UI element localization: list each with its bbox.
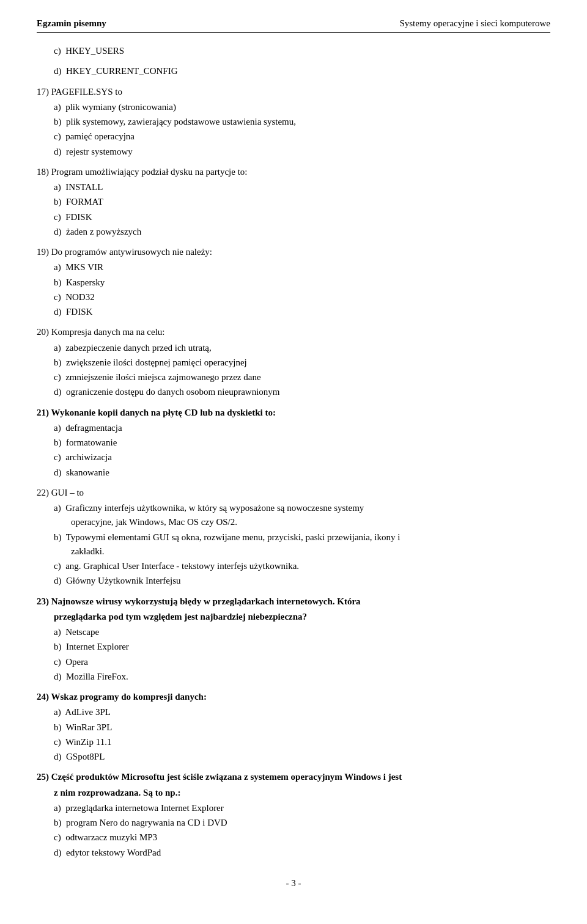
q25-option-b: b) program Nero do nagrywania na CD i DV… [54, 816, 550, 830]
q22-option-c: c) ang. Graphical User Interface - tekst… [54, 559, 550, 573]
q22-option-b: b) Typowymi elementami GUI są okna, rozw… [54, 530, 550, 559]
q23-subtitle-text: przeglądarka pod tym względem jest najba… [54, 612, 307, 622]
q21-option-d: d) skanowanie [54, 466, 550, 480]
option-c-prefix: c) [54, 46, 65, 56]
q23-text-bold: Która [337, 596, 360, 606]
q24-option-c: c) WinZip 11.1 [54, 735, 550, 749]
q23-option-c: c) Opera [54, 655, 550, 669]
q21-option-a: a) defragmentacja [54, 421, 550, 435]
q23-option-d: d) Mozilla FireFox. [54, 670, 550, 684]
q17-option-c: c) pamięć operacyjna [54, 130, 550, 144]
page-header: Egzamin pisemny Systemy operacyjne i sie… [37, 18, 550, 33]
q18-option-a: a) INSTALL [54, 180, 550, 194]
option-c-hkey-users: c) HKEY_USERS [37, 44, 550, 58]
question-20: 20) Kompresja danych ma na celu: a) zabe… [37, 325, 550, 399]
q25-option-a: a) przeglądarka internetowa Internet Exp… [54, 801, 550, 815]
q25-option-d: d) edytor tekstowy WordPad [54, 846, 550, 860]
question-23: 23) Najnowsze wirusy wykorzystują błędy … [37, 595, 550, 684]
q18-options: a) INSTALL b) FORMAT c) FDISK d) żaden z… [37, 180, 550, 239]
question-22: 22) GUI – to a) Graficzny interfejs użyt… [37, 486, 550, 588]
q24-option-a: a) AdLive 3PL [54, 705, 550, 719]
q18-option-d: d) żaden z powyższych [54, 225, 550, 239]
q20-options: a) zabezpieczenie danych przed ich utrat… [37, 341, 550, 400]
question-24-title: 24) Wskaz programy do kompresji danych: [37, 690, 550, 704]
q22-option-d: d) Główny Użytkownik Interfejsu [54, 574, 550, 588]
question-25-title: 25) Część produktów Microsoftu jest ściś… [37, 770, 550, 784]
q21-options: a) defragmentacja b) formatowanie c) arc… [37, 421, 550, 480]
q19-option-a: a) MKS VIR [54, 260, 550, 274]
q20-option-b: b) zwiększenie ilości dostępnej pamięci … [54, 356, 550, 370]
question-19: 19) Do programów antywirusowych nie nale… [37, 245, 550, 319]
q25-options: a) przeglądarka internetowa Internet Exp… [37, 801, 550, 860]
q17-prefix: 17) [37, 87, 51, 97]
page-footer: - 3 - [37, 878, 550, 889]
question-21-title: 21) Wykonanie kopii danych na płytę CD l… [37, 406, 550, 420]
question-18: 18) Program umożliwiający podział dysku … [37, 165, 550, 239]
q24-option-b: b) WinRar 3PL [54, 721, 550, 735]
q19-options: a) MKS VIR b) Kaspersky c) NOD32 d) FDIS… [37, 260, 550, 319]
q19-option-b: b) Kaspersky [54, 276, 550, 290]
q18-option-b: b) FORMAT [54, 195, 550, 209]
q22-text: GUI – to [51, 488, 84, 497]
question-21: 21) Wykonanie kopii danych na płytę CD l… [37, 406, 550, 480]
q18-text: Program umożliwiający podział dysku na p… [51, 167, 248, 177]
q20-option-c: c) zmniejszenie ilości miejsca zajmowane… [54, 370, 550, 384]
q20-option-d: d) ograniczenie dostępu do danych osobom… [54, 385, 550, 399]
question-23-subtitle: przeglądarka pod tym względem jest najba… [37, 610, 550, 624]
option-d-hkey-current: d) HKEY_CURRENT_CONFIG [37, 64, 550, 78]
question-22-title: 22) GUI – to [37, 486, 550, 500]
q23-option-b: b) Internet Explorer [54, 640, 550, 654]
q21-option-c: c) archiwizacja [54, 450, 550, 464]
question-24: 24) Wskaz programy do kompresji danych: … [37, 690, 550, 764]
q19-prefix: 19) [37, 247, 51, 257]
q17-options: a) plik wymiany (stronicowania) b) plik … [37, 100, 550, 159]
question-25-subtitle: z nim rozprowadzana. Są to np.: [37, 786, 550, 800]
q17-option-b: b) plik systemowy, zawierający podstawow… [54, 115, 550, 129]
question-23-title: 23) Najnowsze wirusy wykorzystują błędy … [37, 595, 550, 609]
q19-text: Do programów antywirusowych nie należy: [51, 247, 212, 257]
question-25: 25) Część produktów Microsoftu jest ściś… [37, 770, 550, 860]
question-17-title: 17) PAGEFILE.SYS to [37, 85, 550, 99]
q22-options: a) Graficzny interfejs użytkownika, w kt… [37, 501, 550, 588]
q20-text: Kompresja danych ma na celu: [51, 327, 165, 337]
header-right: Systemy operacyjne i sieci komputerowe [399, 18, 550, 29]
q22-prefix: 22) [37, 488, 51, 497]
q21-prefix: 21) [37, 408, 51, 417]
question-20-title: 20) Kompresja danych ma na celu: [37, 325, 550, 339]
q22-option-a: a) Graficzny interfejs użytkownika, w kt… [54, 501, 550, 530]
q21-text: Wykonanie kopii danych na płytę CD lub n… [51, 408, 275, 417]
option-d-text: HKEY_CURRENT_CONFIG [66, 66, 178, 76]
q23-text-normal: Najnowsze wirusy wykorzystują błędy w pr… [51, 596, 337, 606]
option-d-prefix: d) [54, 66, 66, 76]
q24-option-d: d) GSpot8PL [54, 750, 550, 764]
q24-text: Wskaz programy do kompresji danych: [51, 692, 206, 702]
q19-option-d: d) FDISK [54, 305, 550, 319]
question-18-title: 18) Program umożliwiający podział dysku … [37, 165, 550, 179]
content: c) HKEY_USERS d) HKEY_CURRENT_CONFIG 17)… [37, 44, 550, 860]
q24-options: a) AdLive 3PL b) WinRar 3PL c) WinZip 11… [37, 705, 550, 764]
q18-prefix: 18) [37, 167, 51, 177]
question-17: 17) PAGEFILE.SYS to a) plik wymiany (str… [37, 85, 550, 159]
q17-option-d: d) rejestr systemowy [54, 145, 550, 159]
q17-text: PAGEFILE.SYS to [51, 87, 122, 97]
q20-option-a: a) zabezpieczenie danych przed ich utrat… [54, 341, 550, 355]
page-number: - 3 - [286, 878, 301, 888]
header-left: Egzamin pisemny [37, 18, 106, 29]
q17-option-a: a) plik wymiany (stronicowania) [54, 100, 550, 114]
question-19-title: 19) Do programów antywirusowych nie nale… [37, 245, 550, 259]
q24-prefix: 24) [37, 692, 51, 702]
q20-prefix: 20) [37, 327, 51, 337]
q25-prefix: 25) [37, 772, 51, 782]
q25-subtitle-normal: z nim [54, 788, 78, 798]
q23-option-a: a) Netscape [54, 625, 550, 639]
q19-option-c: c) NOD32 [54, 290, 550, 304]
q25-subtitle-bold: rozprowadzana. Są to np.: [78, 788, 180, 798]
q25-option-c: c) odtwarzacz muzyki MP3 [54, 831, 550, 845]
q25-text-normal: Część produktów Microsoftu jest ściśle z… [51, 772, 402, 782]
q23-options: a) Netscape b) Internet Explorer c) Oper… [37, 625, 550, 684]
q23-prefix: 23) [37, 596, 51, 606]
q18-option-c: c) FDISK [54, 210, 550, 224]
option-c-text: HKEY_USERS [65, 46, 124, 56]
q21-option-b: b) formatowanie [54, 436, 550, 450]
